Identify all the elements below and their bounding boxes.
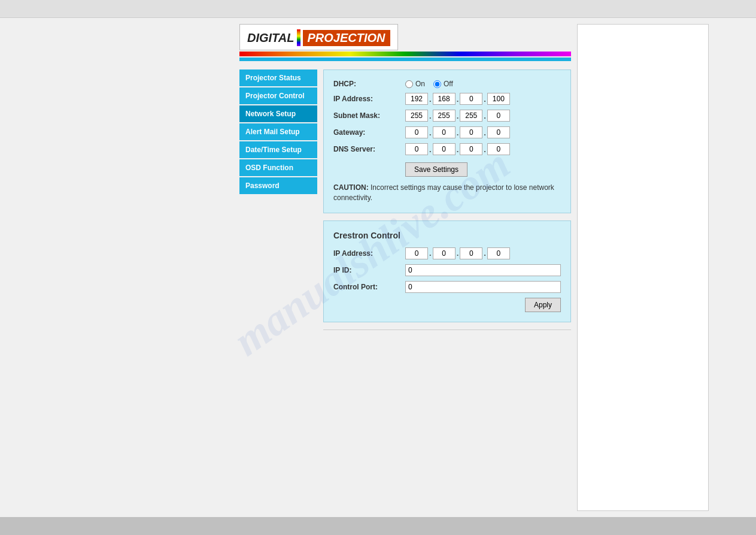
gateway-dot-3: .	[484, 128, 486, 137]
subnet-dot-2: .	[457, 111, 459, 120]
top-bar	[0, 0, 756, 18]
ip-octet-2[interactable]	[433, 93, 456, 105]
dhcp-off-radio[interactable]	[433, 80, 441, 88]
subnet-mask-label: Subnet Mask:	[333, 111, 405, 120]
bottom-bar	[0, 517, 756, 535]
apply-button-row: Apply	[333, 298, 561, 312]
gateway-dot-1: .	[429, 128, 432, 137]
bottom-divider	[323, 330, 571, 330]
dns-server-label: DNS Server:	[333, 145, 405, 153]
subnet-octet-1[interactable]	[405, 110, 428, 122]
main-content: DHCP: On Off	[323, 69, 571, 330]
logo-rainbow-stripe	[297, 29, 300, 46]
crestron-ip-dot-1: .	[429, 249, 432, 258]
apply-button[interactable]: Apply	[525, 298, 561, 312]
sidebar-item-projector-status[interactable]: Projector Status	[239, 69, 317, 86]
crestron-ip-row: IP Address: . . .	[333, 247, 561, 259]
dns-octet-3[interactable]	[460, 143, 482, 155]
ip-address-group: . . .	[405, 93, 510, 105]
crestron-title: Crestron Control	[333, 231, 561, 240]
crestron-ip-octet-2[interactable]	[433, 247, 456, 259]
crestron-ip-dot-3: .	[484, 249, 486, 258]
dns-server-group: . . .	[405, 143, 510, 155]
gateway-dot-2: .	[457, 128, 459, 137]
dhcp-off-text: Off	[444, 80, 453, 88]
ip-address-row: IP Address: . . .	[333, 93, 561, 105]
crestron-ip-octet-1[interactable]	[405, 247, 428, 259]
sidebar-item-password[interactable]: Password	[239, 177, 317, 194]
blue-bar	[239, 58, 571, 61]
right-panel	[577, 24, 709, 511]
dhcp-row: DHCP: On Off	[333, 80, 561, 88]
crestron-ip-octet-4[interactable]	[487, 247, 510, 259]
dhcp-on-radio[interactable]	[405, 80, 413, 88]
ip-dot-1: .	[429, 95, 432, 104]
subnet-octet-2[interactable]	[433, 110, 456, 122]
crestron-panel: Crestron Control IP Address: . .	[323, 220, 571, 322]
dns-octet-4[interactable]	[487, 143, 510, 155]
dhcp-label: DHCP:	[333, 80, 405, 88]
logo-box: DIGITAL PROJECTION	[239, 24, 398, 50]
network-settings-panel: DHCP: On Off	[323, 69, 571, 213]
sidebar-item-datetime-setup[interactable]: Date/Time Setup	[239, 141, 317, 158]
save-settings-row: Save Settings	[333, 160, 561, 177]
crestron-port-label: Control Port:	[333, 283, 405, 291]
dns-dot-3: .	[484, 145, 486, 154]
dns-octet-1[interactable]	[405, 143, 428, 155]
dns-dot-1: .	[429, 145, 432, 154]
dns-octet-2[interactable]	[433, 143, 456, 155]
subnet-dot-1: .	[429, 111, 432, 120]
gateway-label: Gateway:	[333, 128, 405, 137]
ip-octet-1[interactable]	[405, 93, 428, 105]
ip-dot-2: .	[457, 95, 459, 104]
dns-server-row: DNS Server: . . .	[333, 143, 561, 155]
dns-dot-2: .	[457, 145, 459, 154]
ip-octet-3[interactable]	[460, 93, 482, 105]
ip-octet-4[interactable]	[487, 93, 510, 105]
crestron-ipid-row: IP ID:	[333, 264, 561, 276]
crestron-ipid-input[interactable]	[405, 264, 561, 276]
sidebar-item-osd-function[interactable]: OSD Function	[239, 159, 317, 176]
gateway-octet-2[interactable]	[433, 126, 456, 138]
logo-projection: PROJECTION	[303, 30, 390, 46]
ip-dot-3: .	[484, 95, 486, 104]
crestron-ip-group: . . .	[405, 247, 510, 259]
crestron-port-input[interactable]	[405, 281, 561, 293]
crestron-ip-dot-2: .	[457, 249, 459, 258]
sidebar-item-alert-mail-setup[interactable]: Alert Mail Setup	[239, 123, 317, 140]
crestron-ip-label: IP Address:	[333, 249, 405, 258]
sidebar-item-network-setup[interactable]: Network Setup	[239, 105, 317, 122]
logo-digital: DIGITAL	[247, 31, 294, 45]
subnet-octet-4[interactable]	[487, 110, 510, 122]
gateway-row: Gateway: . . .	[333, 126, 561, 138]
dhcp-off-label[interactable]: Off	[433, 80, 453, 88]
subnet-dot-3: .	[484, 111, 486, 120]
dhcp-radio-group: On Off	[405, 80, 453, 88]
save-settings-button[interactable]: Save Settings	[405, 162, 467, 177]
sidebar-item-projector-control[interactable]: Projector Control	[239, 87, 317, 104]
rainbow-bar	[239, 52, 571, 56]
dhcp-on-label[interactable]: On	[405, 80, 425, 88]
sidebar: Projector Status Projector Control Netwo…	[239, 69, 317, 330]
logo-section: DIGITAL PROJECTION	[239, 24, 571, 66]
crestron-port-row: Control Port:	[333, 281, 561, 293]
crestron-ipid-label: IP ID:	[333, 266, 405, 274]
gateway-octet-3[interactable]	[460, 126, 482, 138]
caution-bold: CAUTION:	[333, 183, 369, 192]
two-col: Projector Status Projector Control Netwo…	[239, 69, 571, 330]
subnet-octet-3[interactable]	[460, 110, 482, 122]
ip-address-label: IP Address:	[333, 95, 405, 103]
gateway-octet-4[interactable]	[487, 126, 510, 138]
main-section: DIGITAL PROJECTION Projector Status Proj…	[239, 24, 571, 511]
caution-text: CAUTION: Incorrect settings may cause th…	[333, 183, 561, 203]
subnet-mask-row: Subnet Mask: . . .	[333, 110, 561, 122]
gateway-octet-1[interactable]	[405, 126, 428, 138]
dhcp-on-text: On	[415, 80, 425, 88]
subnet-mask-group: . . .	[405, 110, 510, 122]
crestron-ip-octet-3[interactable]	[460, 247, 482, 259]
gateway-group: . . .	[405, 126, 510, 138]
